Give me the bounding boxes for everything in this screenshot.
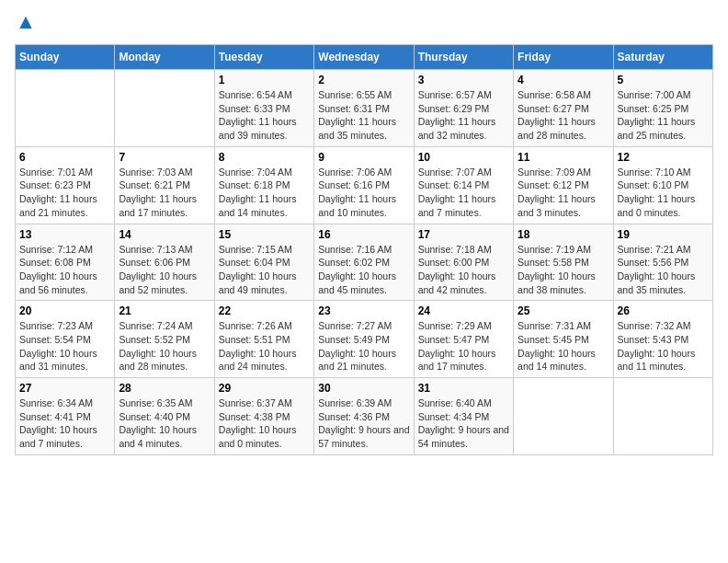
day-number: 1 bbox=[219, 74, 310, 86]
calendar-header-row: SundayMondayTuesdayWednesdayThursdayFrid… bbox=[16, 45, 713, 70]
day-info: Sunrise: 7:26 AM Sunset: 5:51 PM Dayligh… bbox=[219, 319, 310, 373]
column-header-thursday: Thursday bbox=[414, 45, 513, 70]
day-info: Sunrise: 7:19 AM Sunset: 5:58 PM Dayligh… bbox=[518, 243, 609, 297]
calendar-cell: 8Sunrise: 7:04 AM Sunset: 6:18 PM Daylig… bbox=[214, 146, 313, 224]
day-number: 15 bbox=[219, 228, 310, 241]
calendar-cell bbox=[115, 70, 214, 147]
day-info: Sunrise: 6:58 AM Sunset: 6:27 PM Dayligh… bbox=[518, 88, 609, 143]
calendar-cell bbox=[613, 378, 712, 455]
day-info: Sunrise: 6:39 AM Sunset: 4:36 PM Dayligh… bbox=[318, 396, 409, 451]
day-info: Sunrise: 6:55 AM Sunset: 6:31 PM Dayligh… bbox=[318, 88, 409, 143]
day-info: Sunrise: 7:29 AM Sunset: 5:47 PM Dayligh… bbox=[418, 319, 509, 373]
calendar-cell: 24Sunrise: 7:29 AM Sunset: 5:47 PM Dayli… bbox=[414, 301, 513, 378]
calendar-cell: 31Sunrise: 6:40 AM Sunset: 4:34 PM Dayli… bbox=[414, 378, 513, 455]
day-info: Sunrise: 7:04 AM Sunset: 6:18 PM Dayligh… bbox=[219, 166, 310, 220]
calendar-cell: 25Sunrise: 7:31 AM Sunset: 5:45 PM Dayli… bbox=[514, 301, 613, 378]
calendar-week-row: 27Sunrise: 6:34 AM Sunset: 4:41 PM Dayli… bbox=[16, 378, 713, 455]
day-number: 8 bbox=[219, 151, 310, 164]
day-number: 24 bbox=[418, 304, 509, 317]
column-header-sunday: Sunday bbox=[16, 45, 115, 70]
day-number: 16 bbox=[318, 228, 409, 241]
calendar-cell: 7Sunrise: 7:03 AM Sunset: 6:21 PM Daylig… bbox=[115, 146, 214, 224]
day-info: Sunrise: 7:32 AM Sunset: 5:43 PM Dayligh… bbox=[618, 319, 709, 373]
day-number: 26 bbox=[618, 304, 709, 317]
svg-marker-0 bbox=[19, 17, 31, 29]
calendar-week-row: 1Sunrise: 6:54 AM Sunset: 6:33 PM Daylig… bbox=[16, 70, 713, 147]
calendar-cell: 22Sunrise: 7:26 AM Sunset: 5:51 PM Dayli… bbox=[214, 301, 313, 378]
calendar-cell: 19Sunrise: 7:21 AM Sunset: 5:56 PM Dayli… bbox=[613, 224, 712, 301]
calendar-cell: 29Sunrise: 6:37 AM Sunset: 4:38 PM Dayli… bbox=[214, 378, 313, 455]
day-number: 21 bbox=[119, 304, 210, 317]
day-info: Sunrise: 6:57 AM Sunset: 6:29 PM Dayligh… bbox=[418, 88, 509, 143]
day-number: 18 bbox=[518, 228, 609, 241]
calendar-cell: 6Sunrise: 7:01 AM Sunset: 6:23 PM Daylig… bbox=[16, 146, 115, 224]
calendar-cell bbox=[16, 70, 115, 147]
day-number: 30 bbox=[318, 382, 409, 395]
calendar-cell: 14Sunrise: 7:13 AM Sunset: 6:06 PM Dayli… bbox=[115, 224, 214, 301]
calendar-cell: 11Sunrise: 7:09 AM Sunset: 6:12 PM Dayli… bbox=[514, 146, 613, 224]
calendar-cell: 30Sunrise: 6:39 AM Sunset: 4:36 PM Dayli… bbox=[314, 378, 414, 455]
calendar-cell: 9Sunrise: 7:06 AM Sunset: 6:16 PM Daylig… bbox=[314, 146, 414, 224]
day-info: Sunrise: 7:07 AM Sunset: 6:14 PM Dayligh… bbox=[418, 166, 509, 220]
day-number: 23 bbox=[318, 304, 409, 317]
calendar-cell: 17Sunrise: 7:18 AM Sunset: 6:00 PM Dayli… bbox=[414, 224, 513, 301]
calendar-cell: 10Sunrise: 7:07 AM Sunset: 6:14 PM Dayli… bbox=[414, 146, 513, 224]
day-info: Sunrise: 7:31 AM Sunset: 5:45 PM Dayligh… bbox=[518, 319, 609, 373]
day-info: Sunrise: 7:03 AM Sunset: 6:21 PM Dayligh… bbox=[119, 166, 210, 220]
day-info: Sunrise: 7:15 AM Sunset: 6:04 PM Dayligh… bbox=[219, 243, 310, 297]
day-number: 17 bbox=[418, 228, 509, 241]
day-info: Sunrise: 6:34 AM Sunset: 4:41 PM Dayligh… bbox=[19, 396, 110, 451]
calendar-cell: 28Sunrise: 6:35 AM Sunset: 4:40 PM Dayli… bbox=[115, 378, 214, 455]
calendar-cell: 2Sunrise: 6:55 AM Sunset: 6:31 PM Daylig… bbox=[314, 70, 414, 147]
day-info: Sunrise: 7:06 AM Sunset: 6:16 PM Dayligh… bbox=[318, 166, 409, 220]
day-number: 20 bbox=[19, 304, 110, 317]
day-info: Sunrise: 7:16 AM Sunset: 6:02 PM Dayligh… bbox=[318, 243, 409, 297]
day-info: Sunrise: 7:12 AM Sunset: 6:08 PM Dayligh… bbox=[19, 243, 110, 297]
day-info: Sunrise: 7:09 AM Sunset: 6:12 PM Dayligh… bbox=[518, 166, 609, 220]
page-header bbox=[15, 15, 713, 37]
calendar-cell: 15Sunrise: 7:15 AM Sunset: 6:04 PM Dayli… bbox=[214, 224, 313, 301]
day-number: 12 bbox=[618, 151, 709, 164]
calendar-cell bbox=[514, 378, 613, 455]
calendar-cell: 13Sunrise: 7:12 AM Sunset: 6:08 PM Dayli… bbox=[16, 224, 115, 301]
calendar-cell: 16Sunrise: 7:16 AM Sunset: 6:02 PM Dayli… bbox=[314, 224, 414, 301]
column-header-friday: Friday bbox=[514, 45, 613, 70]
day-number: 6 bbox=[19, 151, 110, 164]
day-number: 14 bbox=[119, 228, 210, 241]
day-number: 2 bbox=[318, 74, 409, 86]
calendar-cell: 21Sunrise: 7:24 AM Sunset: 5:52 PM Dayli… bbox=[115, 301, 214, 378]
day-number: 7 bbox=[119, 151, 210, 164]
calendar-cell: 27Sunrise: 6:34 AM Sunset: 4:41 PM Dayli… bbox=[16, 378, 115, 455]
calendar-cell: 3Sunrise: 6:57 AM Sunset: 6:29 PM Daylig… bbox=[414, 70, 513, 147]
day-number: 29 bbox=[219, 382, 310, 395]
calendar-table: SundayMondayTuesdayWednesdayThursdayFrid… bbox=[15, 44, 713, 455]
calendar-week-row: 13Sunrise: 7:12 AM Sunset: 6:08 PM Dayli… bbox=[16, 224, 713, 301]
calendar-cell: 5Sunrise: 7:00 AM Sunset: 6:25 PM Daylig… bbox=[613, 70, 712, 147]
day-number: 27 bbox=[19, 382, 110, 395]
day-number: 11 bbox=[518, 151, 609, 164]
day-info: Sunrise: 7:01 AM Sunset: 6:23 PM Dayligh… bbox=[19, 166, 110, 220]
calendar-cell: 20Sunrise: 7:23 AM Sunset: 5:54 PM Dayli… bbox=[16, 301, 115, 378]
calendar-week-row: 20Sunrise: 7:23 AM Sunset: 5:54 PM Dayli… bbox=[16, 301, 713, 378]
day-info: Sunrise: 6:35 AM Sunset: 4:40 PM Dayligh… bbox=[119, 396, 210, 451]
calendar-cell: 4Sunrise: 6:58 AM Sunset: 6:27 PM Daylig… bbox=[514, 70, 613, 147]
calendar-cell: 23Sunrise: 7:27 AM Sunset: 5:49 PM Dayli… bbox=[314, 301, 414, 378]
day-info: Sunrise: 7:27 AM Sunset: 5:49 PM Dayligh… bbox=[318, 319, 409, 373]
day-info: Sunrise: 7:21 AM Sunset: 5:56 PM Dayligh… bbox=[618, 243, 709, 297]
day-info: Sunrise: 6:37 AM Sunset: 4:38 PM Dayligh… bbox=[219, 396, 310, 451]
column-header-tuesday: Tuesday bbox=[214, 45, 313, 70]
day-info: Sunrise: 7:18 AM Sunset: 6:00 PM Dayligh… bbox=[418, 243, 509, 297]
day-info: Sunrise: 7:00 AM Sunset: 6:25 PM Dayligh… bbox=[618, 88, 709, 143]
column-header-monday: Monday bbox=[115, 45, 214, 70]
day-number: 3 bbox=[418, 74, 509, 86]
calendar-cell: 1Sunrise: 6:54 AM Sunset: 6:33 PM Daylig… bbox=[214, 70, 313, 147]
calendar-cell: 18Sunrise: 7:19 AM Sunset: 5:58 PM Dayli… bbox=[514, 224, 613, 301]
day-info: Sunrise: 6:40 AM Sunset: 4:34 PM Dayligh… bbox=[418, 396, 509, 451]
logo bbox=[15, 15, 37, 37]
day-number: 10 bbox=[418, 151, 509, 164]
day-number: 9 bbox=[318, 151, 409, 164]
day-info: Sunrise: 6:54 AM Sunset: 6:33 PM Dayligh… bbox=[219, 88, 310, 143]
day-number: 19 bbox=[618, 228, 709, 241]
day-info: Sunrise: 7:23 AM Sunset: 5:54 PM Dayligh… bbox=[19, 319, 110, 373]
logo-icon bbox=[17, 15, 35, 33]
